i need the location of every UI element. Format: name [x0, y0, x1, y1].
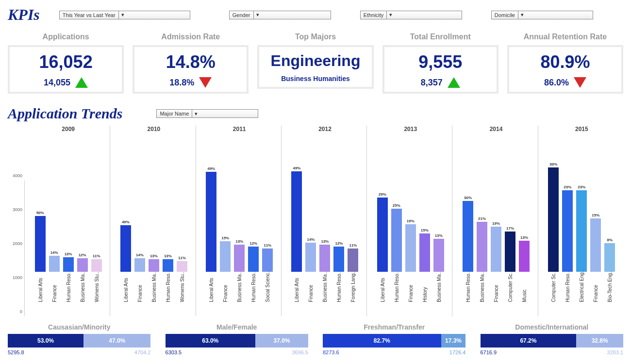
split-seg-a: 53.0% — [8, 334, 83, 347]
bar — [405, 224, 416, 272]
bar-category-label: Liberal Arts — [34, 274, 47, 316]
year-label: 2013 — [369, 126, 452, 135]
bar-category-label: Business Ma.. — [476, 274, 488, 316]
bar-pct: 49% — [207, 166, 215, 171]
filter-domicile[interactable]: Domicile ▾ — [491, 11, 593, 19]
bar-group: 30%23%23%15%8% — [540, 135, 623, 272]
chevron-down-icon: ▾ — [118, 11, 124, 19]
bar-pct: 50% — [36, 211, 44, 215]
filter-ethnicity[interactable]: Ethnicity ▾ — [360, 11, 462, 19]
bar-wrap: 15% — [219, 236, 232, 272]
kpi-box: 9,555 8,357 — [382, 45, 498, 94]
bar-category-label: Foreign Lang.. — [347, 274, 359, 316]
bar-pct: 30% — [464, 196, 472, 200]
bar-wrap: 13% — [318, 239, 331, 272]
bar-category-label: Computer Sc.. — [547, 274, 560, 316]
bar-wrap: 12% — [76, 253, 89, 272]
trends-header-row: Application Trends Major Name ▾ — [8, 105, 623, 122]
bar — [35, 216, 46, 272]
filter-ethnicity-val: Ethnicity — [364, 12, 384, 18]
bar — [576, 190, 587, 272]
bar — [234, 245, 245, 272]
bar-category-label: Finance — [219, 274, 232, 316]
bar-category-label: History — [418, 274, 431, 316]
year-label: 2010 — [112, 126, 195, 135]
bar-category-label: Business Ma.. — [318, 274, 331, 316]
year-panel: 201149%15%13%12%11%Liberal ArtsFinanceBu… — [198, 126, 282, 316]
bar — [262, 248, 273, 272]
filter-compare-val: This Year vs Last Year — [63, 12, 116, 18]
filter-major-val: Major Name — [160, 111, 189, 116]
bar — [305, 243, 316, 272]
kpi-admission: Admission Rate 14.8% 18.8% — [133, 33, 249, 94]
filter-gender[interactable]: Gender ▾ — [229, 11, 331, 19]
bar-group: 30%21%19%17%13% — [454, 135, 537, 272]
split-values: 5295.84704.2 — [8, 349, 151, 355]
bar-category-label: Computer Sc.. — [504, 274, 516, 316]
split-seg-a: 63.0% — [166, 334, 256, 347]
bar-wrap: 23% — [561, 185, 574, 272]
bar-pct: 13% — [150, 254, 158, 258]
kpi-box: 16,052 14,055 — [8, 45, 124, 94]
bar-pct: 21% — [478, 216, 486, 221]
bar-category-label: Liberal Arts — [205, 274, 217, 316]
bar-pct: 30% — [549, 162, 557, 166]
bar-category-label: Business Ma.. — [432, 274, 445, 316]
split-seg-b: 32.8% — [576, 334, 623, 347]
bar-wrap: 13% — [518, 235, 531, 272]
split-title: Domestic/International — [481, 323, 624, 331]
bar-wrap: 11% — [90, 254, 103, 272]
bar-pct: 13% — [164, 254, 172, 258]
bar-pct: 11% — [349, 243, 357, 248]
kpi-value: 14.8% — [136, 52, 245, 72]
bar-pct: 8% — [607, 238, 613, 242]
bar-pct: 11% — [264, 243, 271, 248]
split-values: 6303.53696.5 — [166, 349, 309, 355]
bar-wrap: 17% — [504, 226, 516, 272]
bar-pct: 19% — [492, 221, 500, 226]
split-val-a: 5295.8 — [8, 349, 24, 355]
bar-wrap: 15% — [418, 228, 431, 272]
split-seg-a: 67.2% — [481, 334, 577, 347]
split-bar: 53.0%47.0% — [8, 334, 151, 347]
filter-major[interactable]: Major Name ▾ — [156, 109, 258, 118]
bar-category-label: Womens Stu.. — [90, 274, 103, 316]
bar-category-label: Human Reso.. — [390, 274, 403, 316]
bar — [77, 258, 88, 272]
split-seg-b: 17.3% — [441, 334, 466, 347]
bar-category-label: Social Scienc.. — [261, 274, 274, 316]
bar — [291, 171, 302, 272]
bar-category-label: Finance — [133, 274, 146, 316]
bar — [348, 248, 358, 272]
split-values: 8273.61726.4 — [323, 349, 466, 355]
bar — [91, 259, 102, 272]
bar-category-label: Business Ma.. — [148, 274, 160, 316]
bar-wrap: 30% — [462, 196, 474, 272]
year-label: 2012 — [283, 126, 366, 135]
bar-category-label: Business Ma.. — [76, 274, 89, 316]
bar-category-label: Human Reso.. — [462, 274, 474, 316]
bar-wrap: 12% — [247, 241, 260, 272]
split-val-b: 4704.2 — [134, 349, 151, 355]
filter-compare[interactable]: This Year vs Last Year ▾ — [59, 11, 190, 19]
bar-wrap: 13% — [148, 254, 160, 272]
bar-category-label: Human Reso.. — [162, 274, 174, 316]
year-panel: 200950%14%13%12%11%Liberal ArtsFinanceHu… — [27, 126, 110, 316]
year-label: 2015 — [540, 126, 623, 135]
bar-wrap: 8% — [603, 238, 616, 272]
bar-wrap: 15% — [589, 213, 602, 272]
bar-pct: 12% — [335, 241, 343, 246]
split-card: Freshman/Transfer82.7%17.3%8273.61726.4 — [323, 323, 466, 355]
bar — [548, 167, 559, 272]
bar-wrap: 49% — [290, 166, 303, 272]
bar — [505, 232, 515, 272]
arrow-down-icon — [574, 77, 586, 88]
chevron-down-icon: ▾ — [386, 11, 392, 19]
kpi-header-row: KPIs This Year vs Last Year ▾ Gender ▾ E… — [8, 6, 623, 24]
split-title: Causasian/Minority — [8, 323, 151, 331]
kpi-title: Total Enrollment — [382, 33, 498, 41]
chevron-down-icon: ▾ — [253, 11, 259, 19]
kpi-enrollment: Total Enrollment 9,555 8,357 — [382, 33, 498, 94]
bar — [391, 209, 402, 272]
kpi-major-sub: Business Humanities — [261, 75, 369, 83]
